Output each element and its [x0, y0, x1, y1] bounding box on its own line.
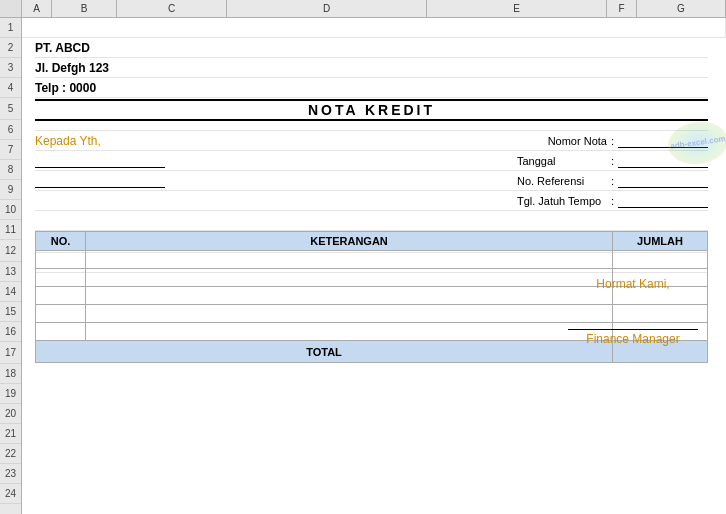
table-header-row: NO. KETERANGAN JUMLAH — [35, 231, 708, 253]
td-no-5 — [36, 323, 86, 341]
table-row-1 — [36, 251, 708, 269]
row-num-10: 10 — [0, 200, 21, 220]
cell-1 — [22, 18, 726, 38]
row-num-18: 18 — [0, 364, 21, 384]
kepada-label: Kepada Yth, — [35, 134, 101, 148]
kepada-line-2 — [35, 174, 165, 188]
cells-area: PT. ABCD Jl. Defgh 123 Telp : 0000 NOTA … — [22, 18, 726, 514]
td-ket-4 — [86, 305, 613, 323]
row-10: Tgl. Jatuh Tempo : — [35, 191, 708, 211]
td-no-3 — [36, 287, 86, 305]
th-jumlah: JUMLAH — [613, 232, 708, 251]
row-num-1: 1 — [0, 18, 21, 38]
nota-kredit-title: NOTA KREDIT — [308, 102, 435, 118]
row-num-7: 7 — [0, 140, 21, 160]
watermark-text: adh-excel.com — [670, 134, 726, 150]
tgl-jatuh-tempo-row: Tgl. Jatuh Tempo : — [517, 194, 708, 208]
watermark-circle: adh-excel.com — [665, 118, 726, 168]
tanggal-label: Tanggal — [517, 155, 607, 167]
company-name: PT. ABCD — [35, 41, 90, 55]
td-jml-1 — [613, 251, 708, 269]
row-1 — [22, 18, 726, 38]
td-no-2 — [36, 269, 86, 287]
hormat-kami: Hormat Kami, — [568, 277, 698, 291]
row-num-22: 22 — [0, 444, 21, 464]
tgl-jatuh-tempo-line — [618, 194, 708, 208]
row-num-15: 15 — [0, 302, 21, 322]
td-ket-1 — [86, 251, 613, 269]
col-header-a: A — [22, 0, 52, 17]
row-num-17: 17 — [0, 342, 21, 364]
spreadsheet-container: A B C D E F G 1 2 3 4 5 6 7 8 9 10 — [0, 0, 726, 514]
nota-kredit-title-row: NOTA KREDIT — [35, 99, 708, 121]
td-no-4 — [36, 305, 86, 323]
row-8: Tanggal : — [35, 151, 708, 171]
spacer-row-6 — [35, 121, 708, 131]
nomor-nota-row: adh-excel.com Nomor Nota : — [548, 134, 708, 148]
col-header-b: B — [52, 0, 117, 17]
row-num-2: 2 — [0, 38, 21, 58]
row-num-4: 4 — [0, 78, 21, 98]
col-header-f: F — [607, 0, 637, 17]
signature-block: Hormat Kami, Finance Manager — [568, 277, 698, 346]
col-header-g: G — [637, 0, 726, 17]
company-name-row: PT. ABCD — [35, 38, 708, 58]
finance-manager: Finance Manager — [568, 332, 698, 346]
td-ket-5 — [86, 323, 613, 341]
row-7: Kepada Yth, adh-excel.com Nomor Nota : — [35, 131, 708, 151]
table-header: NO. KETERANGAN JUMLAH — [36, 232, 708, 251]
no-referensi-row: No. Referensi : — [517, 174, 708, 188]
watermark-container: adh-excel.com — [665, 118, 726, 168]
row-num-24: 24 — [0, 484, 21, 504]
row-9: No. Referensi : — [35, 171, 708, 191]
row-num-13: 13 — [0, 262, 21, 282]
row-num-12: 12 — [0, 240, 21, 262]
kepada-line-1 — [35, 154, 165, 168]
row-numbers: 1 2 3 4 5 6 7 8 9 10 11 12 13 14 15 16 1… — [0, 18, 22, 514]
td-no-1 — [36, 251, 86, 269]
row-num-5: 5 — [0, 98, 21, 120]
row-num-9: 9 — [0, 180, 21, 200]
company-telp: Telp : 0000 — [35, 81, 96, 95]
excel-sheet: A B C D E F G 1 2 3 4 5 6 7 8 9 10 — [0, 0, 726, 514]
row-num-16: 16 — [0, 322, 21, 342]
tgl-jatuh-tempo-colon: : — [611, 195, 614, 207]
corner-cell — [0, 0, 22, 18]
no-referensi-colon: : — [611, 175, 614, 187]
no-referensi-line — [618, 174, 708, 188]
main-area: 1 2 3 4 5 6 7 8 9 10 11 12 13 14 15 16 1… — [0, 18, 726, 514]
row-num-21: 21 — [0, 424, 21, 444]
spacer-row-11 — [35, 211, 708, 231]
tanggal-colon: : — [611, 155, 614, 167]
col-header-c: C — [117, 0, 227, 17]
row-num-23: 23 — [0, 464, 21, 484]
row-num-3: 3 — [0, 58, 21, 78]
nomor-nota-colon: : — [611, 135, 614, 147]
document-content: PT. ABCD Jl. Defgh 123 Telp : 0000 NOTA … — [30, 38, 718, 514]
tgl-jatuh-tempo-label: Tgl. Jatuh Tempo — [517, 195, 607, 207]
col-header-e: E — [427, 0, 607, 17]
td-ket-2 — [86, 269, 613, 287]
signature-line — [568, 329, 698, 330]
company-address: Jl. Defgh 123 — [35, 61, 109, 75]
th-keterangan: KETERANGAN — [86, 232, 613, 251]
td-total-label: TOTAL — [36, 341, 613, 363]
no-referensi-label: No. Referensi — [517, 175, 607, 187]
company-telp-row: Telp : 0000 — [35, 78, 708, 98]
row-num-14: 14 — [0, 282, 21, 302]
column-headers: A B C D E F G — [0, 0, 726, 18]
row-num-19: 19 — [0, 384, 21, 404]
row-num-11: 11 — [0, 220, 21, 240]
col-header-d: D — [227, 0, 427, 17]
td-ket-3 — [86, 287, 613, 305]
nomor-nota-label: Nomor Nota — [548, 135, 607, 147]
company-address-row: Jl. Defgh 123 — [35, 58, 708, 78]
col-labels-row: A B C D E F G — [22, 0, 726, 17]
row-num-8: 8 — [0, 160, 21, 180]
row-num-20: 20 — [0, 404, 21, 424]
row-num-6: 6 — [0, 120, 21, 140]
th-no: NO. — [36, 232, 86, 251]
